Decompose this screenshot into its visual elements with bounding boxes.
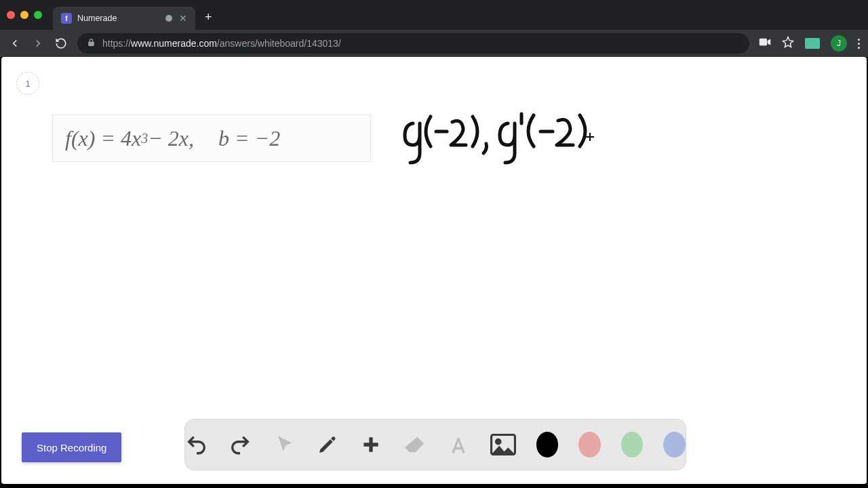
undo-button[interactable] [185, 431, 208, 458]
camera-icon[interactable] [759, 37, 771, 49]
formula-b: b = −2 [218, 126, 280, 151]
whiteboard-toolbar [184, 419, 686, 470]
extension-icon[interactable] [805, 38, 820, 49]
tab-favicon: f [61, 13, 72, 24]
redo-button[interactable] [229, 431, 252, 458]
color-red[interactable] [578, 432, 601, 458]
address-bar: https://www.numerade.com/answers/whitebo… [0, 30, 868, 57]
window-controls [7, 11, 42, 19]
url-path: /answers/whiteboard/143013/ [217, 38, 341, 49]
window-close-button[interactable] [7, 11, 15, 19]
tab-recording-indicator [165, 15, 172, 22]
stop-recording-button[interactable]: Stop Recording [22, 432, 121, 462]
page-number-badge[interactable]: 1 [16, 72, 39, 95]
new-tab-button[interactable]: + [205, 10, 212, 24]
page-viewport: 1 f(x) = 4x3 − 2x,b = −2 Stop Recording [1, 57, 867, 484]
url-host: www.numerade.com [131, 38, 217, 49]
reload-button[interactable] [54, 37, 68, 49]
toolbar-right: J [759, 35, 860, 52]
svg-rect-0 [760, 39, 767, 46]
browser-tab[interactable]: f Numerade ✕ [53, 7, 195, 30]
pointer-tool[interactable] [273, 431, 296, 458]
window-zoom-button[interactable] [34, 11, 42, 19]
handwritten-annotation [398, 111, 608, 172]
text-tool[interactable] [447, 431, 470, 458]
url-input[interactable]: https://www.numerade.com/answers/whitebo… [77, 33, 749, 54]
forward-button[interactable] [31, 37, 45, 49]
eraser-tool[interactable] [403, 431, 426, 458]
titlebar: f Numerade ✕ + [0, 0, 868, 30]
menu-button[interactable] [858, 39, 860, 49]
add-tool[interactable] [359, 431, 382, 458]
crosshair-cursor [586, 133, 594, 141]
browser-chrome: f Numerade ✕ + https://www.numerade.com/… [0, 0, 868, 57]
svg-point-2 [496, 439, 500, 443]
lock-icon [87, 38, 96, 49]
color-green[interactable] [621, 432, 644, 458]
profile-avatar[interactable]: J [831, 35, 847, 52]
pen-tool[interactable] [316, 431, 339, 458]
image-tool[interactable] [490, 431, 516, 458]
color-black[interactable] [536, 432, 559, 458]
formula-fx: f(x) = 4x [65, 126, 141, 151]
window-minimize-button[interactable] [20, 11, 28, 19]
bookmark-star-icon[interactable] [782, 36, 794, 51]
back-button[interactable] [8, 37, 22, 49]
formula-exponent: 3 [141, 131, 148, 146]
url-protocol: https:// [102, 38, 131, 49]
color-blue[interactable] [663, 432, 686, 458]
tab-title: Numerade [77, 14, 117, 23]
tab-close-button[interactable]: ✕ [179, 14, 187, 23]
formula-tail: − 2x, [148, 126, 194, 151]
formula-box[interactable]: f(x) = 4x3 − 2x,b = −2 [52, 115, 371, 162]
